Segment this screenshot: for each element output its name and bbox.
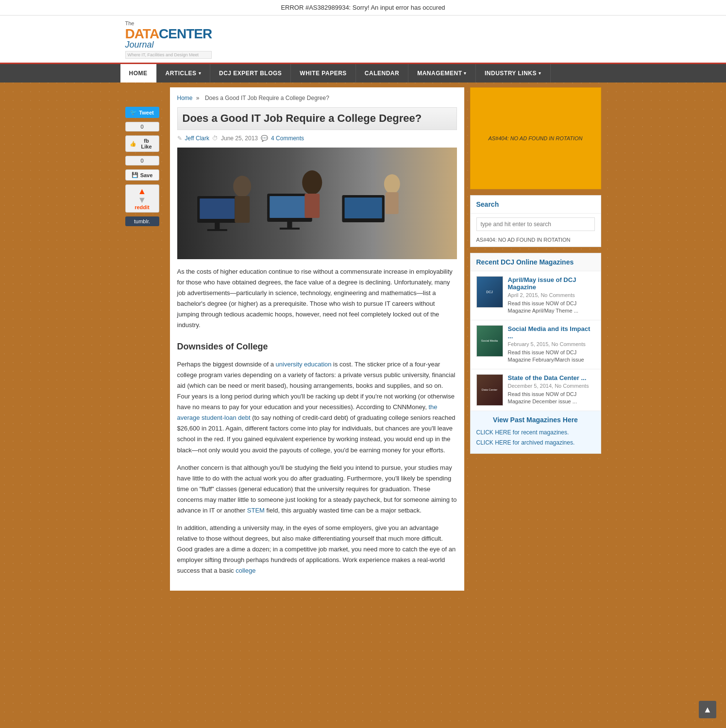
magazine-date-3: December 5, 2014, No Comments: [508, 383, 595, 389]
magazine-thumb-2[interactable]: Social Media: [476, 325, 503, 357]
magazine-item: Data Center State of the Data Center ...…: [471, 369, 601, 411]
past-magazines: View Past Magazines Here CLICK HERE for …: [471, 411, 601, 453]
svg-rect-12: [235, 196, 250, 223]
fb-count: 0: [125, 122, 159, 132]
past-magazines-links: CLICK HERE for recent magazines. CLICK H…: [476, 428, 595, 448]
past-magazines-title: View Past Magazines Here: [476, 416, 595, 424]
article-image: [177, 148, 457, 259]
article-date: June 25, 2013: [221, 135, 258, 142]
magazine-thumb-1[interactable]: DCJ: [476, 276, 503, 308]
magazine-desc-3: Read this issue NOW of DCJ Magazine Dece…: [508, 391, 595, 406]
magazine-item: Social Media Social Media and its Impact…: [471, 320, 601, 369]
industry-arrow: ▾: [539, 71, 541, 76]
recent-magazines-link[interactable]: CLICK HERE for recent magazines.: [476, 429, 569, 436]
magazine-desc-2: Read this issue NOW of DCJ Magazine Febr…: [508, 349, 595, 364]
svg-rect-6: [270, 196, 309, 218]
article-subheading: Downsides of College: [177, 339, 457, 354]
student-loan-link[interactable]: the average student-loan debt: [177, 403, 438, 421]
svg-rect-8: [279, 228, 299, 230]
twitter-icon: 🐦: [130, 109, 137, 116]
svg-rect-4: [207, 229, 227, 231]
nav-management[interactable]: MANAGEMENT ▾: [408, 64, 476, 83]
breadcrumb-home[interactable]: Home: [177, 95, 193, 101]
articles-arrow: ▾: [199, 71, 202, 76]
search-input[interactable]: [476, 217, 595, 231]
tumblr-button[interactable]: tumblr.: [125, 216, 159, 226]
svg-rect-10: [344, 198, 382, 218]
logo-the: The: [125, 20, 212, 26]
svg-rect-7: [287, 221, 292, 229]
clock-icon: ⏱: [212, 135, 218, 142]
article-paragraph-1: As the costs of higher education continu…: [177, 266, 457, 331]
magazine-date-2: February 5, 2015, No Comments: [508, 341, 595, 347]
logo-tagline: Where IT, Facilities and Design Meet: [125, 51, 212, 59]
magazine-desc-1: Read this issue NOW of DCJ Magazine Apri…: [508, 300, 595, 315]
management-arrow: ▾: [464, 71, 467, 76]
nav-blogs[interactable]: DCJ EXPERT BLOGS: [210, 64, 291, 83]
nav-home[interactable]: HOME: [120, 64, 157, 83]
facebook-like-button[interactable]: 👍 fb Like: [125, 135, 159, 152]
error-text: ERROR #AS382989934: Sorry! An input erro…: [281, 4, 445, 11]
svg-rect-3: [215, 223, 219, 230]
breadcrumb-current: Does a Good IT Job Require a College Deg…: [205, 95, 329, 101]
reddit-button[interactable]: ▲ ▼ reddit: [125, 184, 159, 213]
reddit-up-arrow: ▲: [138, 187, 147, 196]
recent-magazines-title: Recent DCJ Online Magazines: [471, 253, 601, 271]
breadcrumb: Home » Does a Good IT Job Require a Coll…: [177, 95, 457, 101]
reddit-label: reddit: [135, 204, 150, 210]
magazine-link-2[interactable]: Social Media and its Impact ...: [508, 325, 591, 340]
article-author[interactable]: Jeff Clark: [185, 135, 209, 142]
college-link[interactable]: college: [236, 567, 255, 574]
article-paragraph-3: Another concern is that although you'll …: [177, 463, 457, 516]
save-button[interactable]: 💾 Save: [125, 169, 159, 181]
nav-calendar[interactable]: CALENDAR: [356, 64, 408, 83]
social-sidebar: 🐦 Tweet 0 👍 fb Like 0 💾 Save ▲ ▼ reddit …: [125, 87, 164, 591]
error-bar: ERROR #AS382989934: Sorry! An input erro…: [0, 0, 726, 16]
svg-rect-2: [200, 199, 235, 219]
save-count: 0: [125, 156, 159, 165]
right-sidebar: AS#404: NO AD FOUND IN ROTATION Search A…: [470, 87, 601, 591]
magazine-date-1: April 2, 2015, No Comments: [508, 292, 595, 298]
magazine-link-1[interactable]: April/May issue of DCJ Magazine: [508, 276, 576, 291]
magazine-item: DCJ April/May issue of DCJ Magazine Apri…: [471, 271, 601, 320]
article-paragraph-4: In addition, attending a university may,…: [177, 523, 457, 576]
breadcrumb-separator: »: [196, 95, 200, 101]
search-ad-error: AS#404: NO AD FOUND IN ROTATION: [471, 235, 601, 247]
article-meta: ✎ Jeff Clark ⏱ June 25, 2013 💬 4 Comment…: [177, 135, 457, 142]
main-content: Home » Does a Good IT Job Require a Coll…: [170, 87, 464, 591]
svg-rect-16: [385, 192, 398, 214]
magazine-link-3[interactable]: State of the Data Center ...: [508, 374, 587, 381]
reddit-down-arrow: ▼: [138, 196, 147, 204]
university-education-link[interactable]: university education: [276, 361, 332, 368]
magazine-thumb-3[interactable]: Data Center: [476, 374, 503, 406]
article-paragraph-2: Perhaps the biggest downside of a univer…: [177, 359, 457, 456]
search-title: Search: [471, 196, 601, 214]
svg-point-15: [384, 174, 400, 194]
nav-articles[interactable]: ARTICLES ▾: [157, 64, 211, 83]
nav-industry-links[interactable]: INDUSTRY LINKS ▾: [476, 64, 551, 83]
search-section: Search AS#404: NO AD FOUND IN ROTATION: [470, 195, 601, 247]
nav-white-papers[interactable]: WHITE PAPERS: [291, 64, 355, 83]
article-title: Does a Good IT Job Require a College Deg…: [177, 107, 457, 130]
logo: The DATACENTER Journal Where IT, Facilit…: [125, 20, 212, 59]
svg-point-11: [233, 176, 251, 197]
author-icon: ✎: [177, 135, 182, 142]
recent-magazines: Recent DCJ Online Magazines DCJ April/Ma…: [470, 253, 601, 454]
fb-icon: 👍: [130, 141, 136, 147]
save-icon: 💾: [132, 172, 138, 178]
comment-icon: 💬: [261, 135, 268, 142]
article-body: As the costs of higher education continu…: [177, 266, 457, 577]
stem-link[interactable]: STEM: [247, 507, 265, 514]
archived-magazines-link[interactable]: CLICK HERE for archived magazines.: [476, 439, 575, 446]
tweet-button[interactable]: 🐦 Tweet: [125, 107, 159, 118]
svg-rect-14: [304, 194, 320, 218]
logo-journal: Journal: [125, 40, 212, 50]
article-comments[interactable]: 4 Comments: [271, 135, 304, 142]
svg-point-13: [302, 170, 322, 195]
sidebar-ad: AS#404: NO AD FOUND IN ROTATION: [470, 87, 601, 189]
